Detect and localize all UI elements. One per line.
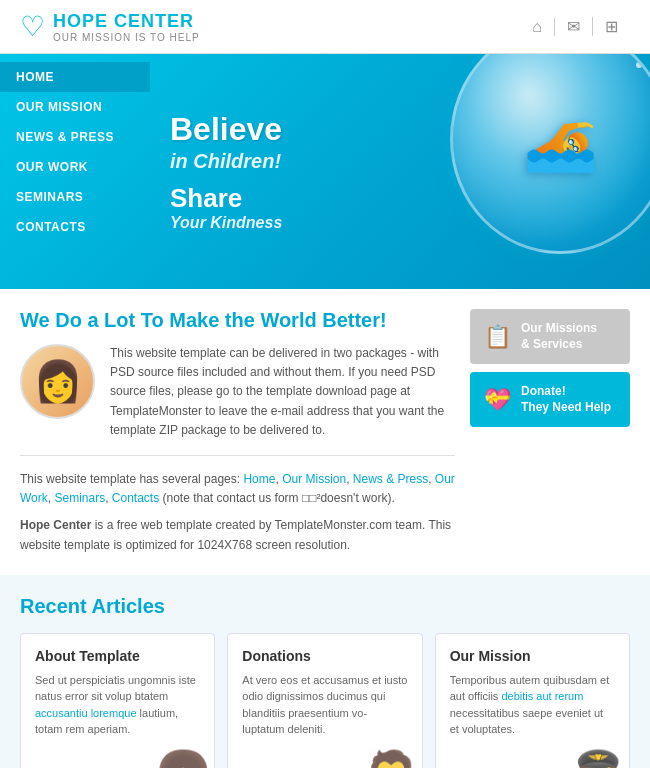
- article-text-3b: necessitatibus saepe eveniet ut et volup…: [450, 707, 604, 736]
- fish-bowl-inner: 🏊: [453, 54, 650, 251]
- article-card-3: Our Mission Temporibus autem quibusdam e…: [435, 633, 630, 768]
- home-icon[interactable]: ⌂: [532, 18, 555, 36]
- article-title-2: Donations: [242, 648, 407, 664]
- articles-grid: About Template Sed ut perspiciatis ungom…: [20, 633, 630, 768]
- links-prefix: This website template has several pages:: [20, 472, 243, 486]
- nav-seminars[interactable]: SEMINARS: [0, 182, 150, 212]
- sidebar-cards: 📋 Our Missions& Services 💝 Donate!They N…: [470, 309, 630, 555]
- link-seminars[interactable]: Seminars: [54, 491, 105, 505]
- article-card-2: Donations At vero eos et accusamus et iu…: [227, 633, 422, 768]
- bubble2: [636, 54, 642, 58]
- logo: ♡ HOPE CENTER OUR MISSION IS TO HELP: [20, 10, 200, 43]
- article-link-3[interactable]: debitis aut rerum: [501, 690, 583, 702]
- nav-work[interactable]: OUR WORK: [0, 152, 150, 182]
- fish-bowl: 🏊: [450, 54, 650, 254]
- article-text-1: Sed ut perspiciatis ungomnis iste natus …: [35, 674, 196, 703]
- article-body-1: Sed ut perspiciatis ungomnis iste natus …: [35, 672, 200, 738]
- nav-home[interactable]: HOME: [0, 62, 150, 92]
- header-icons: ⌂ ✉ ⊞: [532, 17, 630, 36]
- article-thumb-2: 🧛: [362, 736, 422, 768]
- article-link-1[interactable]: accusantiu loremque: [35, 707, 137, 719]
- article-title-1: About Template: [35, 648, 200, 664]
- article-body-2: At vero eos et accusamus et iusto odio d…: [242, 672, 407, 738]
- missions-label: Our Missions& Services: [521, 321, 597, 352]
- hero-section: HOME OUR MISSION NEWS & PRESS OUR WORK S…: [0, 54, 650, 289]
- link-home[interactable]: Home: [243, 472, 275, 486]
- article-card-1: About Template Sed ut perspiciatis ungom…: [20, 633, 215, 768]
- logo-heart-icon: ♡: [20, 10, 45, 43]
- main-headline: We Do a Lot To Make the World Better!: [20, 309, 455, 332]
- links-paragraph: This website template has several pages:…: [20, 470, 455, 508]
- thumb-person-2-icon: 🧛: [362, 748, 422, 768]
- links-note: (note that contact us form □□²doesn't wo…: [159, 491, 395, 505]
- bubbles: [636, 54, 642, 68]
- nav-mission[interactable]: OUR MISSION: [0, 92, 150, 122]
- article-title-3: Our Mission: [450, 648, 615, 664]
- missions-icon: 📋: [484, 324, 511, 350]
- nav-news[interactable]: NEWS & PRESS: [0, 122, 150, 152]
- article-thumb-1: 👧: [154, 736, 214, 768]
- nav-contacts[interactable]: CONTACTS: [0, 212, 150, 242]
- thumb-person-1-icon: 👧: [154, 748, 214, 768]
- bubble3: [636, 62, 642, 68]
- thumb-person-3-icon: 👩‍✈️: [569, 748, 629, 768]
- intro-bold-text: Hope Center is a free web template creat…: [20, 516, 455, 554]
- mail-icon[interactable]: ✉: [567, 17, 593, 36]
- logo-tagline: OUR MISSION IS TO HELP: [53, 32, 200, 43]
- donate-card[interactable]: 💝 Donate!They Need Help: [470, 372, 630, 427]
- content-with-sidebar: We Do a Lot To Make the World Better! 👩 …: [20, 309, 630, 555]
- swimmer-icon: 🏊: [523, 104, 598, 175]
- donate-label: Donate!They Need Help: [521, 384, 611, 415]
- main-nav: HOME OUR MISSION NEWS & PRESS OUR WORK S…: [0, 54, 150, 289]
- divider1: [20, 455, 455, 456]
- header: ♡ HOPE CENTER OUR MISSION IS TO HELP ⌂ ✉…: [0, 0, 650, 54]
- missions-card[interactable]: 📋 Our Missions& Services: [470, 309, 630, 364]
- articles-section: Recent Articles About Template Sed ut pe…: [0, 575, 650, 768]
- body-paragraph: This website template can be delivered i…: [110, 344, 455, 440]
- link-contacts[interactable]: Contacts: [112, 491, 159, 505]
- main-section: We Do a Lot To Make the World Better! 👩 …: [0, 289, 650, 575]
- brand-name: Hope Center: [20, 518, 91, 532]
- link-news[interactable]: News & Press: [353, 472, 428, 486]
- intro-text: This website template can be delivered i…: [110, 344, 455, 440]
- article-body-3: Temporibus autem quibusdam et aut offici…: [450, 672, 615, 738]
- intro-section: 👩 This website template can be delivered…: [20, 344, 455, 440]
- intro-avatar: 👩: [20, 344, 95, 419]
- article-thumb-3: 👩‍✈️: [569, 736, 629, 768]
- grid-icon[interactable]: ⊞: [605, 17, 630, 36]
- donate-icon: 💝: [484, 387, 511, 413]
- articles-title: Recent Articles: [20, 595, 630, 618]
- content-main: We Do a Lot To Make the World Better! 👩 …: [20, 309, 455, 555]
- link-mission[interactable]: Our Mission: [282, 472, 346, 486]
- avatar-icon: 👩: [33, 358, 83, 405]
- logo-text: HOPE CENTER OUR MISSION IS TO HELP: [53, 11, 200, 43]
- logo-name: HOPE CENTER: [53, 11, 200, 32]
